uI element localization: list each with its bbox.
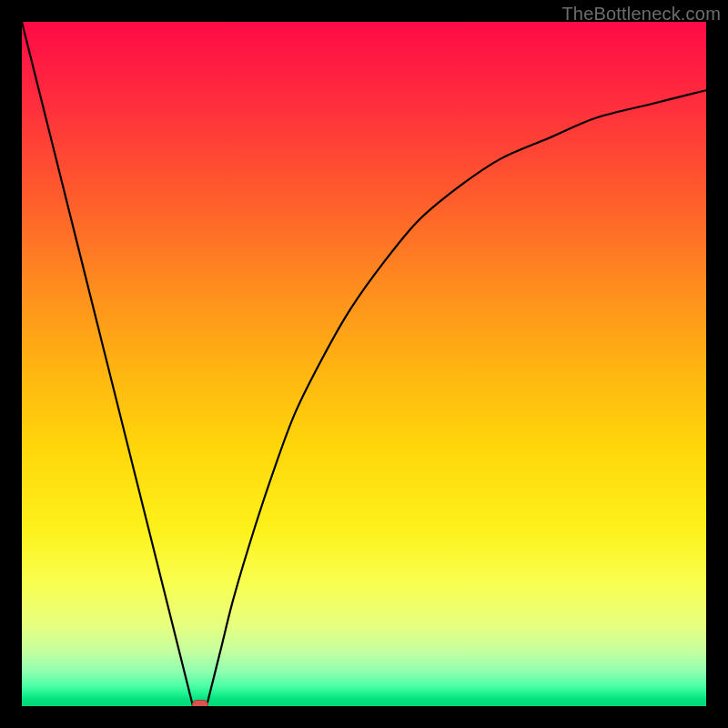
bottleneck-curve [22, 22, 706, 706]
optimum-marker [192, 700, 208, 706]
curve-path [22, 22, 706, 706]
chart-frame: TheBottleneck.com [0, 0, 728, 728]
plot-area [22, 22, 706, 706]
